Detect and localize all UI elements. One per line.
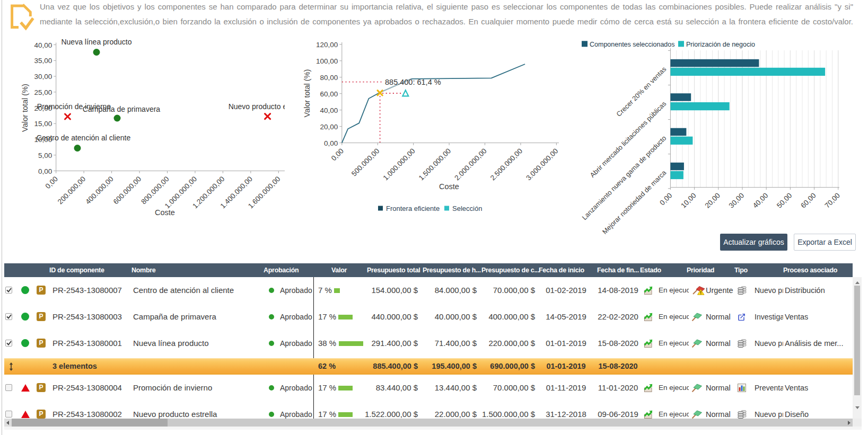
svg-text:60,00: 60,00: [799, 191, 818, 210]
svg-text:Valor total (%): Valor total (%): [303, 69, 311, 118]
svg-text:Coste: Coste: [439, 182, 459, 191]
svg-text:30,00: 30,00: [727, 191, 746, 210]
svg-text:100,00: 100,00: [316, 57, 338, 65]
svg-text:200.000,00: 200.000,00: [56, 175, 87, 206]
svg-text:600.000,00: 600.000,00: [112, 175, 143, 206]
svg-text:30,00: 30,00: [34, 73, 52, 81]
svg-text:Nueva línea producto: Nueva línea producto: [61, 38, 131, 46]
svg-text:Coste: Coste: [155, 208, 175, 217]
svg-text:25,00: 25,00: [34, 88, 52, 96]
svg-text:40,00: 40,00: [34, 41, 52, 49]
svg-text:Frontera eficiente: Frontera eficiente: [386, 205, 440, 212]
svg-text:Selección: Selección: [452, 205, 482, 212]
svg-text:0,00: 0,00: [44, 175, 59, 190]
svg-text:120,00: 120,00: [316, 41, 338, 49]
svg-text:Nuevo producto estrella: Nuevo producto estrella: [229, 102, 285, 111]
svg-text:60,00: 60,00: [320, 90, 338, 98]
svg-text:10,00: 10,00: [679, 191, 698, 210]
svg-text:400.000,00: 400.000,00: [84, 175, 115, 206]
svg-text:70,00: 70,00: [823, 191, 841, 210]
svg-text:40,00: 40,00: [751, 191, 770, 210]
svg-text:40,00: 40,00: [320, 106, 338, 114]
svg-text:Campaña de primavera: Campaña de primavera: [83, 105, 161, 113]
svg-text:80,00: 80,00: [320, 74, 338, 82]
svg-text:Abrir mercado licitaciones púb: Abrir mercado licitaciones públicas: [589, 100, 668, 179]
svg-text:Mejorar notoriedad de marca: Mejorar notoriedad de marca: [601, 168, 668, 235]
svg-text:500.000,00: 500.000,00: [350, 147, 381, 177]
svg-text:Componentes seleccionados: Componentes seleccionados: [590, 41, 675, 48]
svg-text:20,00: 20,00: [703, 191, 722, 210]
svg-text:2.000.000,00: 2.000.000,00: [453, 147, 488, 182]
svg-text:Valor total (%): Valor total (%): [21, 84, 29, 132]
svg-text:35,00: 35,00: [34, 57, 52, 65]
svg-text:Centro de atención al cliente: Centro de atención al cliente: [37, 134, 131, 142]
svg-text:50,00: 50,00: [775, 191, 794, 210]
svg-text:1.000.000,00: 1.000.000,00: [381, 147, 416, 182]
svg-text:5,00: 5,00: [38, 152, 52, 159]
svg-text:0,00: 0,00: [330, 147, 345, 162]
svg-text:0,00: 0,00: [324, 139, 338, 147]
svg-text:0,00: 0,00: [658, 191, 673, 207]
svg-text:0,00: 0,00: [38, 167, 52, 175]
svg-text:1.500.000,00: 1.500.000,00: [417, 147, 452, 182]
svg-text:885.400: 61,4 %: 885.400: 61,4 %: [385, 78, 441, 86]
svg-text:2.500.000,00: 2.500.000,00: [489, 147, 524, 182]
svg-text:Priorización de negocio: Priorización de negocio: [686, 41, 755, 48]
svg-text:15,00: 15,00: [34, 120, 52, 128]
svg-text:20,00: 20,00: [320, 123, 338, 131]
svg-text:3.000.000,00: 3.000.000,00: [524, 147, 559, 182]
